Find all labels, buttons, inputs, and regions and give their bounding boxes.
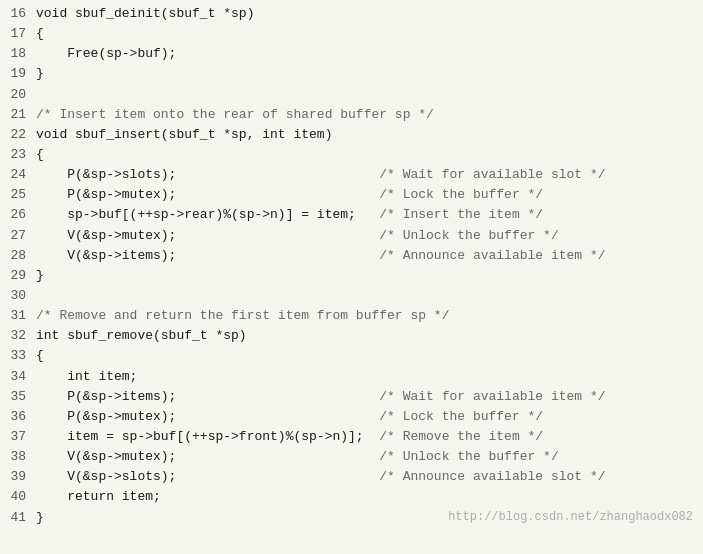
code-text: P(&sp->slots); /* Wait for available slo… <box>36 165 703 185</box>
code-text: V(&sp->items); /* Announce available ite… <box>36 246 703 266</box>
code-text: { <box>36 145 703 165</box>
table-row: 16void sbuf_deinit(sbuf_t *sp) <box>0 4 703 24</box>
code-text: { <box>36 346 703 366</box>
table-row: 29} <box>0 266 703 286</box>
comment-text: /* Announce available item */ <box>379 248 605 263</box>
comment-text: /* Unlock the buffer */ <box>379 449 558 464</box>
table-row: 17{ <box>0 24 703 44</box>
table-row: 38 V(&sp->mutex); /* Unlock the buffer *… <box>0 447 703 467</box>
line-number: 16 <box>0 4 36 24</box>
code-text: P(&sp->items); /* Wait for available ite… <box>36 387 703 407</box>
comment-text: /* Lock the buffer */ <box>379 187 543 202</box>
table-row: 18 Free(sp->buf); <box>0 44 703 64</box>
table-row: 21/* Insert item onto the rear of shared… <box>0 105 703 125</box>
comment-text: /* Wait for available slot */ <box>379 167 605 182</box>
code-text: /* Remove and return the first item from… <box>36 306 703 326</box>
line-number: 26 <box>0 205 36 225</box>
table-row: 40 return item; <box>0 487 703 507</box>
code-text: V(&sp->mutex); /* Unlock the buffer */ <box>36 226 703 246</box>
line-number: 19 <box>0 64 36 84</box>
table-row: 19} <box>0 64 703 84</box>
comment-text: /* Lock the buffer */ <box>379 409 543 424</box>
line-number: 20 <box>0 85 36 105</box>
code-block: 16void sbuf_deinit(sbuf_t *sp)17{18 Free… <box>0 0 703 532</box>
line-number: 38 <box>0 447 36 467</box>
line-number: 18 <box>0 44 36 64</box>
table-row: 35 P(&sp->items); /* Wait for available … <box>0 387 703 407</box>
table-row: 34 int item; <box>0 367 703 387</box>
line-number: 28 <box>0 246 36 266</box>
table-row: 26 sp->buf[(++sp->rear)%(sp->n)] = item;… <box>0 205 703 225</box>
line-number: 33 <box>0 346 36 366</box>
table-row: 32int sbuf_remove(sbuf_t *sp) <box>0 326 703 346</box>
line-number: 23 <box>0 145 36 165</box>
table-row: 31/* Remove and return the first item fr… <box>0 306 703 326</box>
code-text: } <box>36 266 703 286</box>
line-number: 40 <box>0 487 36 507</box>
code-viewer: 16void sbuf_deinit(sbuf_t *sp)17{18 Free… <box>0 0 703 532</box>
code-text: item = sp->buf[(++sp->front)%(sp->n)]; /… <box>36 427 703 447</box>
table-row: 28 V(&sp->items); /* Announce available … <box>0 246 703 266</box>
table-row: 27 V(&sp->mutex); /* Unlock the buffer *… <box>0 226 703 246</box>
line-number: 37 <box>0 427 36 447</box>
table-row: 33{ <box>0 346 703 366</box>
line-number: 34 <box>0 367 36 387</box>
table-row: 37 item = sp->buf[(++sp->front)%(sp->n)]… <box>0 427 703 447</box>
code-text: int item; <box>36 367 703 387</box>
code-text: { <box>36 24 703 44</box>
code-text: int sbuf_remove(sbuf_t *sp) <box>36 326 703 346</box>
table-row: 36 P(&sp->mutex); /* Lock the buffer */ <box>0 407 703 427</box>
table-row: 24 P(&sp->slots); /* Wait for available … <box>0 165 703 185</box>
line-number: 22 <box>0 125 36 145</box>
comment-text: /* Unlock the buffer */ <box>379 228 558 243</box>
line-number: 30 <box>0 286 36 306</box>
line-number: 25 <box>0 185 36 205</box>
line-number: 21 <box>0 105 36 125</box>
line-number: 32 <box>0 326 36 346</box>
line-number: 27 <box>0 226 36 246</box>
line-number: 41 <box>0 508 36 528</box>
code-text: P(&sp->mutex); /* Lock the buffer */ <box>36 407 703 427</box>
code-text: } <box>36 64 703 84</box>
comment-text: /* Announce available slot */ <box>379 469 605 484</box>
watermark: http://blog.csdn.net/zhanghaodx082 <box>448 510 693 524</box>
table-row: 39 V(&sp->slots); /* Announce available … <box>0 467 703 487</box>
code-text: sp->buf[(++sp->rear)%(sp->n)] = item; /*… <box>36 205 703 225</box>
line-number: 31 <box>0 306 36 326</box>
line-number: 39 <box>0 467 36 487</box>
code-text: /* Insert item onto the rear of shared b… <box>36 105 703 125</box>
table-row: 22void sbuf_insert(sbuf_t *sp, int item) <box>0 125 703 145</box>
table-row: 30 <box>0 286 703 306</box>
line-number: 29 <box>0 266 36 286</box>
code-text: return item; <box>36 487 703 507</box>
code-text: void sbuf_insert(sbuf_t *sp, int item) <box>36 125 703 145</box>
code-text: V(&sp->slots); /* Announce available slo… <box>36 467 703 487</box>
code-text: Free(sp->buf); <box>36 44 703 64</box>
table-row: 25 P(&sp->mutex); /* Lock the buffer */ <box>0 185 703 205</box>
table-row: 23{ <box>0 145 703 165</box>
comment-text: /* Insert the item */ <box>379 207 543 222</box>
comment-text: /* Wait for available item */ <box>379 389 605 404</box>
code-text: V(&sp->mutex); /* Unlock the buffer */ <box>36 447 703 467</box>
table-row: 20 <box>0 85 703 105</box>
code-text: P(&sp->mutex); /* Lock the buffer */ <box>36 185 703 205</box>
line-number: 17 <box>0 24 36 44</box>
code-text: void sbuf_deinit(sbuf_t *sp) <box>36 4 703 24</box>
comment-text: /* Remove the item */ <box>379 429 543 444</box>
line-number: 24 <box>0 165 36 185</box>
line-number: 36 <box>0 407 36 427</box>
line-number: 35 <box>0 387 36 407</box>
